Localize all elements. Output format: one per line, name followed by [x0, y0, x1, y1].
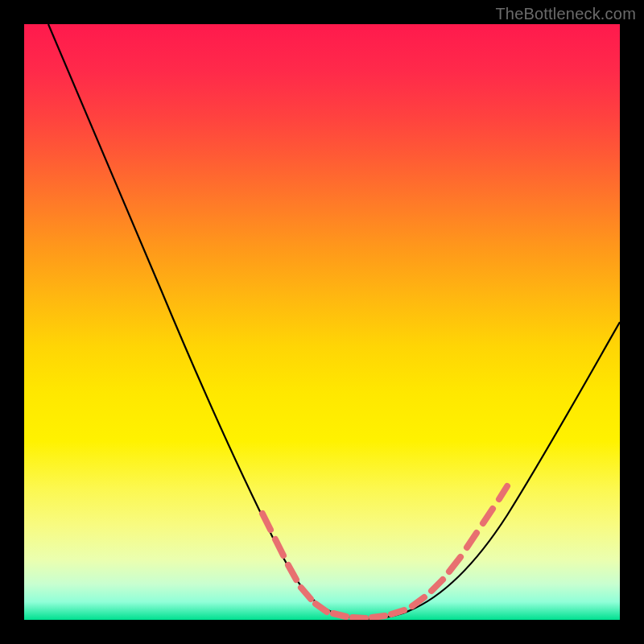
svg-line-5: [333, 613, 346, 617]
svg-line-13: [483, 509, 493, 523]
svg-line-6: [353, 617, 365, 618]
svg-line-3: [301, 588, 311, 599]
bottleneck-curve: [48, 24, 620, 618]
svg-line-1: [275, 539, 283, 555]
svg-line-7: [372, 616, 385, 617]
svg-line-14: [499, 486, 507, 499]
svg-line-0: [262, 514, 270, 530]
svg-line-4: [316, 604, 327, 612]
svg-line-9: [412, 597, 424, 606]
chart-container: TheBottleneck.com: [0, 0, 644, 644]
highlight-dashes: [262, 486, 507, 618]
svg-line-8: [391, 610, 404, 614]
watermark-text: TheBottleneck.com: [495, 5, 636, 23]
svg-line-11: [449, 557, 460, 572]
svg-line-2: [288, 565, 296, 580]
svg-line-12: [467, 533, 477, 547]
curve-svg: [24, 24, 620, 620]
plot-area: [24, 24, 620, 620]
svg-line-10: [431, 580, 443, 591]
